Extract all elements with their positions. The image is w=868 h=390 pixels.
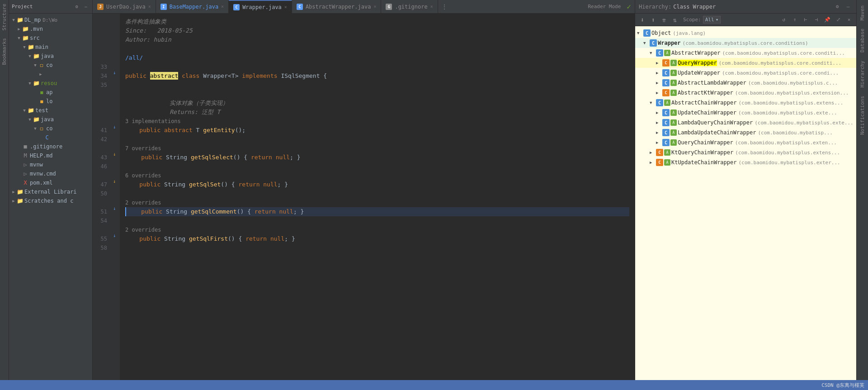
link-text[interactable]: /all/ <box>125 53 143 62</box>
gutter-icon-47[interactable]: ↓ <box>111 176 118 185</box>
h-btn-4[interactable]: ⇅ <box>670 15 679 24</box>
tab-gitignore-close[interactable]: × <box>430 4 433 9</box>
code-line-2overrides-55[interactable]: 2 overrides <box>125 225 629 234</box>
h-item-abstractchain[interactable]: ▼ C A AbstractChainWrapper (com.baomidou… <box>635 98 856 108</box>
line-num <box>93 90 111 99</box>
code-area[interactable]: 条件构造抽象类 Since: 2018-05-25 Author: hubin … <box>120 14 635 390</box>
code-43-close: ; } <box>290 153 300 162</box>
gutter-bookmark-34[interactable]: ↓ <box>111 68 118 77</box>
gutter-icon-51[interactable]: ↓ <box>111 204 118 213</box>
tab-gitignore[interactable]: G .gitignore × <box>381 0 438 13</box>
tab-wrapper-close[interactable]: × <box>284 5 287 10</box>
tab-basemapper-close[interactable]: × <box>221 4 224 9</box>
h-btn-close[interactable]: × <box>844 15 854 24</box>
maven-tab[interactable]: Maven <box>858 2 867 24</box>
h-item-updatewrapper[interactable]: ▶ C A UpdateWrapper (com.baomidou.mybati… <box>635 68 856 78</box>
tree-test-file[interactable]: C <box>9 133 92 142</box>
file-icon: ◼ <box>38 98 45 105</box>
code-line-7overrides[interactable]: 7 overrides <box>125 144 629 153</box>
tree-pom[interactable]: X pom.xml <box>9 178 92 187</box>
tab-userdao-close[interactable]: × <box>148 4 151 9</box>
bookmarks-label[interactable]: Bookmarks <box>0 34 8 69</box>
tab-basemapper[interactable]: I BaseMapper.java × <box>156 0 229 13</box>
tree-test-co[interactable]: ▼ ◻ co <box>9 124 92 133</box>
gutter-icon-41[interactable]: ↓ <box>111 122 118 131</box>
tree-test[interactable]: ▼ 📁 test <box>9 106 92 115</box>
tree-arrow <box>38 135 43 140</box>
h-btn-refresh[interactable]: ↺ <box>779 15 788 24</box>
h-btn-expand[interactable]: ⤢ <box>834 15 843 24</box>
tree-java[interactable]: ▼ 📁 java <box>9 52 92 61</box>
tree-test-java[interactable]: ▼ 📁 java <box>9 115 92 124</box>
panel-gear-icon[interactable]: ⚙ <box>73 3 80 10</box>
h-btn-2[interactable]: ⬆ <box>649 15 658 24</box>
package-icon: ◻ <box>38 62 45 69</box>
tree-arrow: ▼ <box>22 108 27 113</box>
scope-dropdown[interactable]: All ▾ <box>703 16 721 24</box>
code-line-6overrides[interactable]: 6 overrides <box>125 171 629 180</box>
tree-src[interactable]: ▼ 📁 src <box>9 33 92 43</box>
tab-more-btn[interactable]: ⋮ <box>438 4 451 10</box>
h-name-abstractchain: AbstractChainWrapper <box>671 100 737 106</box>
comment-text: 条件构造抽象类 <box>125 17 166 26</box>
h-item-abstractkt[interactable]: ▶ C A AbstractKtWrapper (com.baomidou.my… <box>635 88 856 98</box>
tree-lo[interactable]: ◼ lo <box>9 97 92 106</box>
tree-mvnw-cmd[interactable]: ▷ mvnw.cmd <box>9 169 92 178</box>
notifications-tab[interactable]: Notifications <box>858 92 867 138</box>
h-item-updatechain[interactable]: ▶ C A UpdateChainWrapper (com.baomidou.m… <box>635 108 856 118</box>
database-tab[interactable]: Database <box>858 25 867 56</box>
h-arrow-lambdaquery: ▶ <box>656 120 662 125</box>
tree-ext-lib[interactable]: ▶ 📁 External Librari <box>9 187 92 196</box>
h-btn-align-left[interactable]: ⊢ <box>801 15 810 24</box>
tree-mvn[interactable]: ▶ 📁 .mvn <box>9 24 92 33</box>
tab-userdao[interactable]: J UserDao.java × <box>93 0 156 13</box>
blank-line <box>125 243 629 252</box>
h-item-abstractwrapper[interactable]: ▼ C A AbstractWrapper (com.baomidou.myba… <box>635 48 856 58</box>
code-line-2overrides-51[interactable]: 2 overrides <box>125 198 629 207</box>
code-line-impl-badge[interactable]: 3 implementations <box>125 117 629 126</box>
h-btn-align-right[interactable]: ⊣ <box>812 15 821 24</box>
h-item-wrapper[interactable]: ▼ C Wrapper (com.baomidou.mybatisplus.co… <box>635 38 856 48</box>
reader-mode-button[interactable]: Reader Mode <box>585 2 624 11</box>
folder-icon: 📁 <box>27 43 34 51</box>
code-line-55: public String getSqlFirst () { return nu… <box>125 234 629 243</box>
tree-resou[interactable]: ▼ 📁 resou <box>9 79 92 88</box>
h-item-querywrapper[interactable]: ▶ C A QueryWrapper (com.baomidou.mybatis… <box>635 58 856 68</box>
tab-wrapper[interactable]: C Wrapper.java × <box>229 0 292 13</box>
h-item-lambdaupdate[interactable]: ▶ C A LambdaUpdateChainWrapper (com.baom… <box>635 128 856 138</box>
tree-mvnw[interactable]: ▷ mvnw <box>9 160 92 169</box>
hierarchy-settings-btn[interactable]: ⚙ <box>833 2 842 11</box>
tab-abstractwrapper[interactable]: C AbstractWrapper.java × <box>292 0 382 13</box>
code-line-34: public abstract class Wrapper<T> impleme… <box>125 71 629 81</box>
kw-null-51: null <box>279 207 293 216</box>
h-btn-3[interactable]: ⇈ <box>660 15 669 24</box>
tree-main-label: main <box>35 44 48 50</box>
hierarchy-minimize-btn[interactable]: — <box>844 2 853 11</box>
tab-abstractwrapper-close[interactable]: × <box>373 4 376 9</box>
tree-gitignore[interactable]: ■ .gitignore <box>9 142 92 151</box>
tree-scratches[interactable]: ▶ 📁 Scratches and c <box>9 196 92 205</box>
h-item-object[interactable]: ▼ C Object (java.lang) <box>635 28 856 38</box>
tree-ap[interactable]: ◼ ap <box>9 88 92 97</box>
h-item-ktquery[interactable]: ▶ C A KtQueryChainWrapper (com.baomidou.… <box>635 147 856 157</box>
line-num <box>93 144 111 153</box>
h-btn-pin[interactable]: 📌 <box>823 15 832 24</box>
tree-main[interactable]: ▼ 📁 main <box>9 43 92 52</box>
h-item-ktupdate[interactable]: ▶ C A KtUpdateChainWrapper (com.baomidou… <box>635 157 856 167</box>
gutter-icon-55[interactable]: ↓ <box>111 231 118 240</box>
panel-close-icon[interactable]: — <box>82 3 90 10</box>
h-item-querychain[interactable]: ▶ C A QueryChainWrapper (com.baomidou.my… <box>635 138 856 147</box>
hierarchy-tab[interactable]: Hierarchy <box>858 57 867 91</box>
tree-resou-label: resou <box>41 80 57 86</box>
structure-label[interactable]: Structure <box>0 0 8 34</box>
h-btn-1[interactable]: ⬇ <box>638 15 647 24</box>
gutter-icon-43[interactable]: ↓ <box>111 149 118 158</box>
h-item-lambdaquery[interactable]: ▶ C A LambdaQueryChainWrapper (com.baomi… <box>635 118 856 128</box>
tree-help[interactable]: M HELP.md <box>9 151 92 160</box>
tree-root[interactable]: ▼ 📁 DL_mp D:\Wo <box>9 15 92 24</box>
h-btn-up[interactable]: ↑ <box>790 15 799 24</box>
tree-co[interactable]: ▼ ◻ co <box>9 61 92 70</box>
watermark: CSDN @东离与槿芙 <box>821 382 864 389</box>
h-item-abstractlambda[interactable]: ▶ C A AbstractLambdaWrapper (com.baomido… <box>635 78 856 88</box>
tree-co-sub[interactable]: ▶ <box>9 70 92 79</box>
